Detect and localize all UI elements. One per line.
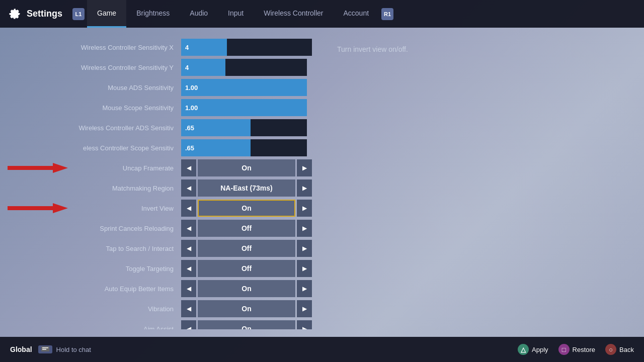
toggle-right-btn[interactable]: ▶ bbox=[297, 240, 312, 257]
slider-value: 1.00 bbox=[185, 84, 198, 92]
r1-badge: R1 bbox=[381, 8, 393, 20]
tab-input[interactable]: Input bbox=[218, 0, 254, 28]
slider-value: .65 bbox=[185, 124, 194, 132]
footer: Global Hold to chat △ Apply □ Restore ○ … bbox=[0, 337, 644, 362]
setting-control: ◀ Off ▶ bbox=[181, 260, 312, 277]
setting-control: 1.00 bbox=[181, 99, 312, 116]
toggle-left-btn[interactable]: ◀ bbox=[181, 200, 196, 217]
toggle-value: Off bbox=[198, 240, 295, 257]
toggle-left-btn[interactable]: ◀ bbox=[181, 300, 196, 317]
setting-matchmaking: Matchmaking Region ◀ NA-East (73ms) ▶ bbox=[10, 178, 312, 198]
title-text: Settings bbox=[27, 9, 62, 19]
slider-value: 1.00 bbox=[185, 104, 198, 112]
toggle-left-btn[interactable]: ◀ bbox=[181, 179, 196, 197]
slider-value: 4 bbox=[185, 64, 189, 71]
back-button[interactable]: ○ Back bbox=[605, 344, 634, 355]
toggle-value: On bbox=[198, 320, 295, 329]
slider-container[interactable]: .65 bbox=[181, 139, 307, 156]
setting-control: ◀ On ▶ bbox=[181, 159, 312, 176]
setting-control: .65 bbox=[181, 139, 312, 156]
setting-vibration: Vibration ◀ On ▶ bbox=[10, 299, 312, 318]
chat-hint: Hold to chat bbox=[38, 345, 91, 353]
setting-sprint-cancels: Sprint Cancels Reloading ◀ Off ▶ bbox=[10, 219, 312, 238]
toggle-left-btn[interactable]: ◀ bbox=[181, 220, 196, 237]
setting-control: ◀ Off ▶ bbox=[181, 240, 312, 257]
setting-label: eless Controller Scope Sensitiv bbox=[10, 144, 181, 152]
toggle-left-btn[interactable]: ◀ bbox=[181, 320, 196, 329]
toggle-value: Off bbox=[198, 220, 295, 237]
toggle-value: On bbox=[198, 280, 295, 297]
toggle-right-btn[interactable]: ▶ bbox=[297, 260, 312, 277]
footer-left: Global Hold to chat bbox=[10, 345, 91, 353]
setting-toggle-targeting: Toggle Targeting ◀ Off ▶ bbox=[10, 259, 312, 278]
toggle-left-btn[interactable]: ◀ bbox=[181, 159, 196, 176]
setting-label: Tap to Search / Interact bbox=[10, 245, 181, 252]
toggle-value: On bbox=[198, 300, 295, 317]
setting-label: Auto Equip Better Items bbox=[10, 285, 181, 293]
toggle-right-btn[interactable]: ▶ bbox=[297, 280, 312, 297]
slider-container[interactable]: 4 bbox=[181, 39, 312, 56]
setting-row-wrapper: Uncap Framerate ◀ On ▶ bbox=[10, 158, 312, 177]
setting-wc-sensitivity-y: Wireless Controller Sensitivity Y 4 bbox=[10, 58, 312, 77]
chat-icon-box bbox=[38, 345, 52, 353]
setting-label: Aim Assist bbox=[10, 325, 181, 330]
restore-button[interactable]: □ Restore bbox=[558, 344, 596, 355]
setting-label: Sprint Cancels Reloading bbox=[10, 225, 181, 232]
slider-container[interactable]: 1.00 bbox=[181, 79, 307, 96]
setting-label: Mouse ADS Sensitivity bbox=[10, 84, 181, 92]
svg-marker-0 bbox=[8, 163, 68, 173]
apply-button[interactable]: △ Apply bbox=[518, 344, 548, 355]
circle-icon: ○ bbox=[605, 344, 616, 355]
restore-label: Restore bbox=[573, 346, 596, 353]
setting-label: Wireless Controller Sensitivity Y bbox=[10, 64, 181, 71]
setting-control: ◀ NA-East (73ms) ▶ bbox=[181, 179, 312, 197]
toggle-right-btn[interactable]: ▶ bbox=[297, 200, 312, 217]
setting-control: ◀ Off ▶ bbox=[181, 220, 312, 237]
toggle-right-btn[interactable]: ▶ bbox=[297, 220, 312, 237]
toggle-value: Off bbox=[198, 260, 295, 277]
toggle-right-btn[interactable]: ▶ bbox=[297, 320, 312, 329]
setting-control: 1.00 bbox=[181, 79, 312, 96]
slider-container[interactable]: .65 bbox=[181, 119, 307, 136]
slider-value: .65 bbox=[185, 144, 194, 152]
setting-label: Wireless Controller ADS Sensitiv bbox=[10, 124, 181, 132]
svg-rect-4 bbox=[42, 349, 46, 350]
main-content: Wireless Controller Sensitivity X 4 Wire… bbox=[0, 28, 644, 337]
toggle-left-btn[interactable]: ◀ bbox=[181, 240, 196, 257]
global-label: Global bbox=[10, 345, 32, 353]
tab-game[interactable]: Game bbox=[87, 0, 126, 28]
setting-auto-equip: Auto Equip Better Items ◀ On ▶ bbox=[10, 279, 312, 298]
slider-value: 4 bbox=[185, 44, 189, 51]
nav-tabs: L1 Game Brightness Audio Input Wireless … bbox=[72, 0, 636, 28]
apply-label: Apply bbox=[532, 346, 548, 353]
toggle-right-btn[interactable]: ▶ bbox=[297, 179, 312, 197]
setting-control: ◀ On ▶ bbox=[181, 280, 312, 297]
slider-container[interactable]: 1.00 bbox=[181, 99, 307, 116]
settings-list: Wireless Controller Sensitivity X 4 Wire… bbox=[0, 35, 322, 329]
setting-label: Toggle Targeting bbox=[10, 265, 181, 273]
footer-right: △ Apply □ Restore ○ Back bbox=[518, 344, 634, 355]
toggle-value-selected: On bbox=[198, 200, 295, 217]
tab-brightness[interactable]: Brightness bbox=[126, 0, 180, 28]
toggle-right-btn[interactable]: ▶ bbox=[297, 159, 312, 176]
info-panel: Turn invert view on/off. bbox=[322, 35, 644, 329]
toggle-left-btn[interactable]: ◀ bbox=[181, 280, 196, 297]
setting-wc-ads: Wireless Controller ADS Sensitiv .65 bbox=[10, 118, 312, 137]
red-arrow-uncap bbox=[8, 162, 68, 174]
slider-container[interactable]: 4 bbox=[181, 59, 307, 76]
info-text: Turn invert view on/off. bbox=[337, 45, 408, 53]
setting-wc-scope: eless Controller Scope Sensitiv .65 bbox=[10, 138, 312, 157]
red-arrow-invert bbox=[8, 202, 68, 214]
setting-control: ◀ On ▶ bbox=[181, 300, 312, 317]
tab-account[interactable]: Account bbox=[334, 0, 379, 28]
header: Settings L1 Game Brightness Audio Input … bbox=[0, 0, 644, 28]
back-label: Back bbox=[619, 346, 634, 353]
tab-wireless-controller[interactable]: Wireless Controller bbox=[254, 0, 333, 28]
setting-label: Wireless Controller Sensitivity X bbox=[10, 44, 181, 51]
toggle-right-btn[interactable]: ▶ bbox=[297, 300, 312, 317]
svg-rect-3 bbox=[42, 347, 48, 348]
toggle-left-btn[interactable]: ◀ bbox=[181, 260, 196, 277]
square-icon: □ bbox=[558, 344, 570, 355]
tab-audio[interactable]: Audio bbox=[180, 0, 218, 28]
chat-hint-text: Hold to chat bbox=[56, 346, 91, 353]
